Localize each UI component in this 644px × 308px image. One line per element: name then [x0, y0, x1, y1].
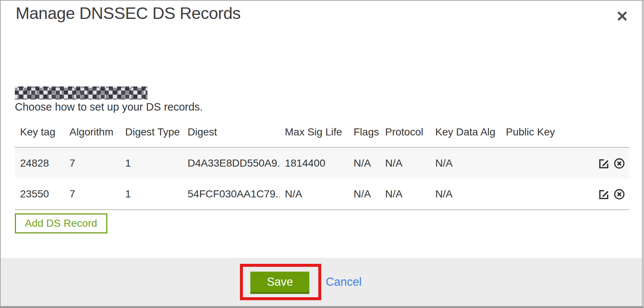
table-row: 23550 7 1 54FCF030AA1C79... N/A N/A N/A …: [15, 178, 629, 210]
close-icon[interactable]: ✕: [614, 7, 630, 25]
col-header-key-data-alg: Key Data Alg: [430, 123, 501, 147]
cell-public-key: [501, 147, 571, 178]
cell-digest: D4A33E8DD550A9...: [182, 147, 280, 178]
col-header-key-tag: Key tag: [15, 123, 64, 147]
manage-dnssec-ds-records-dialog: ✕ Manage DNSSEC DS Records Choose how to…: [0, 0, 644, 308]
redacted-domain-name: [15, 86, 147, 99]
cell-max-sig-life: 1814400: [280, 147, 348, 178]
cell-flags: N/A: [348, 147, 380, 178]
col-header-actions: [571, 123, 629, 147]
col-header-public-key: Public Key: [501, 123, 571, 147]
cancel-link[interactable]: Cancel: [326, 275, 362, 289]
col-header-protocol: Protocol: [380, 123, 430, 147]
edit-record-icon[interactable]: [598, 189, 610, 200]
delete-record-icon[interactable]: [614, 158, 625, 169]
save-button[interactable]: Save: [250, 272, 309, 294]
col-header-algorithm: Algorithm: [64, 123, 120, 147]
dialog-title: Manage DNSSEC DS Records: [16, 4, 241, 23]
cell-key-tag: 24828: [15, 147, 64, 178]
cell-public-key: [501, 178, 571, 210]
col-header-flags: Flags: [348, 123, 380, 147]
col-header-digest: Digest: [182, 123, 280, 147]
cell-digest: 54FCF030AA1C79...: [182, 178, 280, 210]
cell-protocol: N/A: [380, 178, 430, 210]
cell-digest-type: 1: [120, 178, 182, 210]
footer-actions-group: Save Cancel: [240, 264, 361, 300]
cell-key-tag: 23550: [15, 178, 64, 210]
col-header-digest-type: Digest Type: [120, 123, 182, 147]
cell-actions: [571, 178, 629, 210]
save-highlight-annotation: Save: [240, 264, 321, 300]
edit-record-icon[interactable]: [598, 158, 610, 169]
cell-protocol: N/A: [380, 147, 430, 178]
delete-record-icon[interactable]: [614, 189, 625, 200]
cell-algorithm: 7: [64, 147, 120, 178]
ds-records-table: Key tag Algorithm Digest Type Digest Max…: [15, 123, 629, 210]
cell-key-data-alg: N/A: [430, 178, 501, 210]
cell-key-data-alg: N/A: [430, 147, 501, 178]
cell-actions: [571, 147, 629, 178]
cell-max-sig-life: N/A: [280, 178, 348, 210]
cell-digest-type: 1: [120, 147, 182, 178]
setup-instructions-text: Choose how to set up your DS records.: [15, 101, 203, 113]
table-row: 24828 7 1 D4A33E8DD550A9... 1814400 N/A …: [15, 147, 629, 178]
add-ds-record-button[interactable]: Add DS Record: [15, 213, 107, 233]
table-header-row: Key tag Algorithm Digest Type Digest Max…: [15, 123, 629, 147]
col-header-max-sig-life: Max Sig Life: [280, 123, 348, 147]
cell-algorithm: 7: [64, 178, 120, 210]
dialog-footer: Save Cancel: [1, 258, 642, 306]
cell-flags: N/A: [348, 178, 380, 210]
